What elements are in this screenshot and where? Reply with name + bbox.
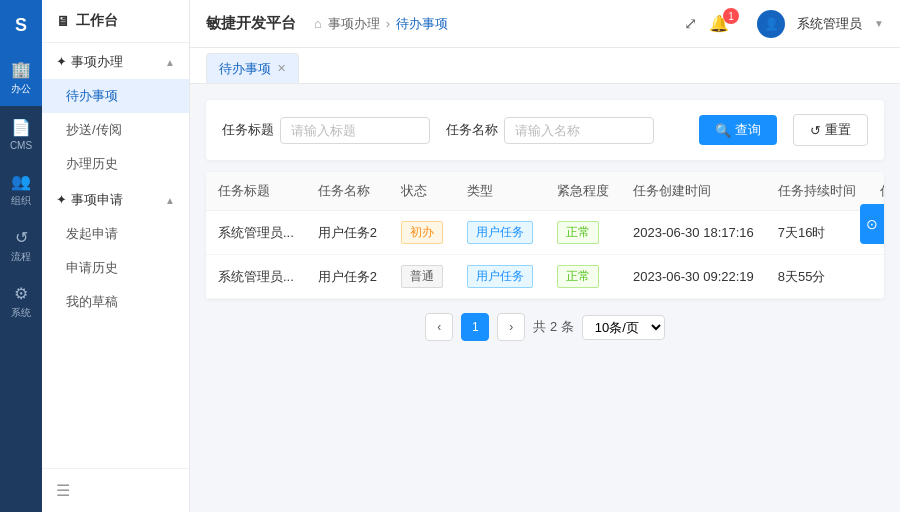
org-label: 组织 [11,194,31,208]
sidebar: 🖥 工作台 ✦ 事项办理 ▲ 待办事项 抄送/传阅 办理历史 ✦ 事项申请 ▲ [42,0,190,512]
matter-section-label: ✦ 事项办理 [56,53,123,71]
copy-label: 抄送/传阅 [66,122,122,137]
breadcrumb-sep1: ⌂ [314,16,322,31]
notification-badge: 1 [723,8,739,24]
nav-system[interactable]: ⚙ 系统 [0,274,42,330]
system-icon: ⚙ [14,284,28,303]
cell-duration-0: 7天16时 [766,211,868,255]
user-avatar[interactable]: 👤 [757,10,785,38]
cell-status-0: 初办 [389,211,455,255]
page-size-select[interactable]: 10条/页 20条/页 50条/页 [582,315,665,340]
task-title-label: 任务标题 [222,121,274,139]
app-title: 敏捷开发平台 [206,14,296,33]
reset-button[interactable]: ↺ 重置 [793,114,868,146]
task-name-input[interactable] [504,117,654,144]
sidebar-item-draft[interactable]: 我的草稿 [42,285,189,319]
breadcrumb-item2[interactable]: 待办事项 [396,15,448,33]
nav-cms[interactable]: 📄 CMS [0,106,42,162]
cell-created-0: 2023-06-30 18:17:16 [621,211,766,255]
cell-created-1: 2023-06-30 09:22:19 [621,255,766,299]
avatar-icon: 👤 [764,17,779,31]
float-btn-icon: ⊙ [866,216,878,232]
sidebar-section-matter: ✦ 事项办理 ▲ 待办事项 抄送/传阅 办理历史 [42,43,189,181]
matter-icon: ✦ [56,54,67,69]
total-text: 共 2 条 [533,318,573,336]
menu-icon: ☰ [56,482,70,499]
app-logo: S [0,0,42,50]
sidebar-item-launch[interactable]: 发起申请 [42,217,189,251]
col-name: 任务名称 [306,172,389,211]
sidebar-item-history[interactable]: 办理历史 [42,147,189,181]
application-section-label: ✦ 事项申请 [56,191,123,209]
cell-title-1: 系统管理员... [206,255,306,299]
cms-icon: 📄 [11,118,31,137]
breadcrumb-item1[interactable]: 事项办理 [328,15,380,33]
username-chevron: ▼ [874,18,884,29]
sidebar-item-copy[interactable]: 抄送/传阅 [42,113,189,147]
topbar-right: ⤢ 🔔 1 👤 系统管理员 ▼ [684,10,884,38]
task-table: 任务标题 任务名称 状态 类型 紧急程度 任务创建时间 任务持续时间 任务到期时… [206,172,884,299]
username-label[interactable]: 系统管理员 [797,15,862,33]
cell-urgency-1: 正常 [545,255,621,299]
col-urgency: 紧急程度 [545,172,621,211]
search-bar: 任务标题 任务名称 🔍 查询 ↺ 重置 [206,100,884,160]
logo-text: S [15,15,27,36]
workbench-icon: 🖥 [56,13,70,29]
matter-chevron: ▲ [165,57,175,68]
nav-flow[interactable]: ↺ 流程 [0,218,42,274]
task-name-label: 任务名称 [446,121,498,139]
pending-label: 待办事项 [66,88,118,103]
cms-label: CMS [10,140,32,151]
cell-title-0: 系统管理员... [206,211,306,255]
col-created: 任务创建时间 [621,172,766,211]
office-icon: 🏢 [11,60,31,79]
nav-office[interactable]: 🏢 办公 [0,50,42,106]
history-label: 办理历史 [66,156,118,171]
col-duration: 任务持续时间 [766,172,868,211]
topbar-left: 敏捷开发平台 ⌂ 事项办理 › 待办事项 [206,14,448,33]
sidebar-section-application-title[interactable]: ✦ 事项申请 ▲ [42,181,189,217]
tabbar: 待办事项 ✕ [190,48,900,84]
task-name-field: 任务名称 [446,117,654,144]
cell-name-1: 用户任务2 [306,255,389,299]
page-prev[interactable]: ‹ [425,313,453,341]
sidebar-item-pending[interactable]: 待办事项 [42,79,189,113]
cell-duration-1: 8天55分 [766,255,868,299]
search-button[interactable]: 🔍 查询 [699,115,777,145]
apphistory-label: 申请历史 [66,260,118,275]
cell-name-0: 用户任务2 [306,211,389,255]
draft-label: 我的草稿 [66,294,118,309]
org-icon: 👥 [11,172,31,191]
cell-deadline-1 [868,255,884,299]
table-body: 系统管理员... 用户任务2 初办 用户任务 正常 2023-06-30 18:… [206,211,884,299]
main-area: 敏捷开发平台 ⌂ 事项办理 › 待办事项 ⤢ 🔔 1 👤 系统管理员 ▼ 待办事… [190,0,900,512]
tab-pending[interactable]: 待办事项 ✕ [206,53,299,83]
col-title: 任务标题 [206,172,306,211]
table: 任务标题 任务名称 状态 类型 紧急程度 任务创建时间 任务持续时间 任务到期时… [206,172,884,299]
page-next[interactable]: › [497,313,525,341]
content-area: 任务标题 任务名称 🔍 查询 ↺ 重置 [190,84,900,512]
breadcrumb-sep2: › [386,16,390,31]
cell-urgency-0: 正常 [545,211,621,255]
sidebar-footer[interactable]: ☰ [42,468,189,512]
notification-wrapper: 🔔 1 [709,14,745,33]
table-row: 系统管理员... 用户任务2 初办 用户任务 正常 2023-06-30 18:… [206,211,884,255]
nav-org[interactable]: 👥 组织 [0,162,42,218]
search-icon: 🔍 [715,123,731,138]
tab-pending-label: 待办事项 [219,60,271,78]
fullscreen-icon[interactable]: ⤢ [684,14,697,33]
col-status: 状态 [389,172,455,211]
flow-label: 流程 [11,250,31,264]
sidebar-header: 🖥 工作台 [42,0,189,43]
workbench-title: 工作台 [76,12,118,30]
task-title-input[interactable] [280,117,430,144]
page-1[interactable]: 1 [461,313,489,341]
sidebar-item-apphistory[interactable]: 申请历史 [42,251,189,285]
reset-icon: ↺ [810,123,821,138]
icon-bar: S 🏢 办公 📄 CMS 👥 组织 ↺ 流程 ⚙ 系统 [0,0,42,512]
sidebar-section-matter-title[interactable]: ✦ 事项办理 ▲ [42,43,189,79]
cell-type-1: 用户任务 [455,255,545,299]
flow-icon: ↺ [15,228,28,247]
float-action-btn[interactable]: ⊙ [860,204,884,244]
tab-close-icon[interactable]: ✕ [277,62,286,75]
